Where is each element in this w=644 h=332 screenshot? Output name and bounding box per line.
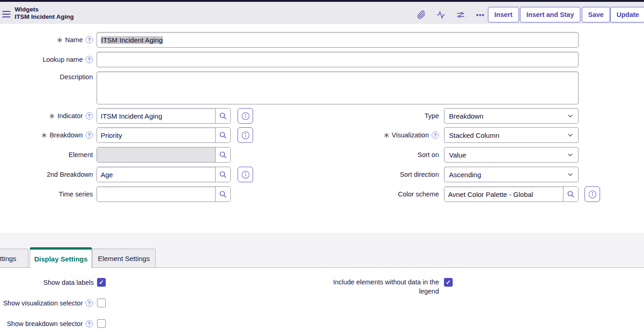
visualization-select[interactable]: Stacked Column (444, 127, 579, 143)
check-icon: ✓ (99, 279, 104, 285)
help-icon[interactable]: ? (86, 112, 93, 120)
mandatory-icon (57, 37, 63, 43)
help-icon[interactable]: ? (86, 299, 93, 307)
tab-strip: Settings Display Settings Element Settin… (0, 233, 644, 268)
form-header: Widgets ITSM Incident Aging ••• Insert I… (0, 2, 644, 24)
breakdown-input[interactable] (97, 128, 215, 142)
time-series-label: Time series (0, 186, 93, 202)
type-select[interactable]: Breakdown (444, 108, 579, 124)
chevron-down-icon (567, 171, 574, 178)
search-icon (219, 112, 227, 120)
sort-on-select[interactable]: Value (444, 147, 579, 163)
more-options-icon[interactable]: ••• (476, 10, 485, 20)
attachment-icon[interactable] (417, 10, 426, 20)
breakdown-reference-field (97, 127, 231, 143)
help-icon[interactable]: ? (86, 320, 93, 327)
info-icon (588, 190, 597, 199)
element-reference-field (97, 147, 231, 163)
breadcrumb: Widgets (15, 6, 74, 13)
help-icon[interactable]: ? (86, 131, 93, 139)
insert-and-stay-button[interactable]: Insert and Stay (520, 7, 580, 22)
tab-settings[interactable]: Settings (0, 249, 28, 267)
selected-text: ITSM Incident Aging (101, 36, 163, 44)
show-breakdown-selector-checkbox[interactable]: ✓ (97, 319, 106, 328)
visualization-label: Visualization ? (256, 127, 439, 143)
indicator-reference-field (97, 108, 231, 124)
header-icons: ••• (417, 10, 485, 20)
show-visualization-selector-label: Show visualization selector ? (0, 299, 93, 308)
name-label: Name ? (0, 32, 93, 48)
tab-strip-border (0, 267, 644, 268)
description-label: Description (0, 72, 93, 82)
include-elements-label: Include elements without data in the leg… (331, 278, 439, 296)
color-scheme-preview-button[interactable] (584, 186, 600, 202)
type-label: Type (256, 108, 439, 124)
indicator-label: Indicator ? (0, 108, 93, 124)
show-data-labels-checkbox[interactable]: ✓ (97, 278, 106, 287)
sort-direction-select[interactable]: Ascending (444, 167, 579, 182)
chevron-down-icon (567, 132, 574, 138)
breakdown-label: Breakdown ? (0, 127, 93, 143)
sort-on-label: Sort on (256, 147, 439, 163)
chevron-down-icon (567, 113, 574, 119)
insert-button[interactable]: Insert (488, 7, 519, 22)
element-label: Element (0, 147, 93, 163)
mandatory-icon (49, 113, 55, 119)
context-menu-icon[interactable] (2, 11, 11, 17)
check-icon: ✓ (446, 279, 451, 285)
tab-element-settings[interactable]: Element Settings (92, 249, 156, 267)
personalize-form-icon[interactable] (456, 10, 465, 20)
lookup-name-input[interactable] (97, 52, 579, 67)
name-input[interactable]: ITSM Incident Aging (97, 32, 579, 48)
second-breakdown-reference-field (97, 167, 231, 182)
description-textarea[interactable] (97, 71, 579, 104)
color-scheme-label: Color scheme (256, 186, 439, 202)
lookup-name-label: Lookup name ? (0, 52, 93, 67)
time-series-reference-field (97, 186, 231, 202)
search-icon (219, 151, 227, 159)
breakdown-preview-button[interactable] (238, 127, 253, 143)
show-data-labels-label: Show data labels (0, 278, 94, 287)
update-button[interactable]: Update (610, 7, 644, 22)
info-icon (241, 111, 250, 121)
show-visualization-selector-checkbox[interactable]: ✓ (97, 299, 106, 307)
second-breakdown-input[interactable] (97, 167, 215, 182)
info-icon (241, 170, 250, 180)
sort-direction-label: Sort direction (256, 167, 439, 182)
help-icon[interactable]: ? (432, 131, 439, 139)
widget-form-screen: Widgets ITSM Incident Aging ••• Insert I… (0, 0, 644, 332)
second-breakdown-lookup-button[interactable] (215, 167, 230, 182)
time-series-lookup-button[interactable] (215, 187, 230, 201)
indicator-lookup-button[interactable] (215, 109, 230, 123)
search-icon (219, 190, 227, 198)
color-scheme-lookup-button[interactable] (563, 187, 578, 201)
show-breakdown-selector-label: Show breakdown selector ? (0, 319, 93, 328)
tab-display-settings[interactable]: Display Settings (30, 247, 92, 268)
second-breakdown-label: 2nd Breakdown (0, 167, 93, 182)
activity-stream-icon[interactable] (436, 10, 446, 20)
indicator-input[interactable] (97, 109, 215, 123)
save-button[interactable]: Save (582, 7, 610, 22)
active-tab-indicator (30, 247, 92, 250)
color-scheme-input[interactable] (444, 187, 563, 201)
second-breakdown-preview-button[interactable] (238, 167, 253, 182)
element-lookup-button[interactable] (215, 147, 230, 162)
title-block: Widgets ITSM Incident Aging (15, 6, 74, 21)
search-icon (219, 131, 227, 139)
help-icon[interactable]: ? (86, 56, 93, 63)
search-icon (219, 170, 227, 179)
breakdown-lookup-button[interactable] (215, 128, 230, 142)
mandatory-icon (384, 132, 390, 138)
include-elements-checkbox[interactable]: ✓ (444, 278, 453, 287)
indicator-preview-button[interactable] (238, 108, 253, 124)
color-scheme-reference-field (444, 186, 579, 202)
mandatory-icon (41, 132, 47, 138)
search-icon (567, 190, 575, 198)
chevron-down-icon (567, 152, 574, 158)
info-icon (241, 131, 250, 140)
time-series-input[interactable] (97, 187, 215, 201)
help-icon[interactable]: ? (86, 36, 93, 44)
element-input (97, 147, 215, 162)
page-title: ITSM Incident Aging (15, 13, 74, 21)
